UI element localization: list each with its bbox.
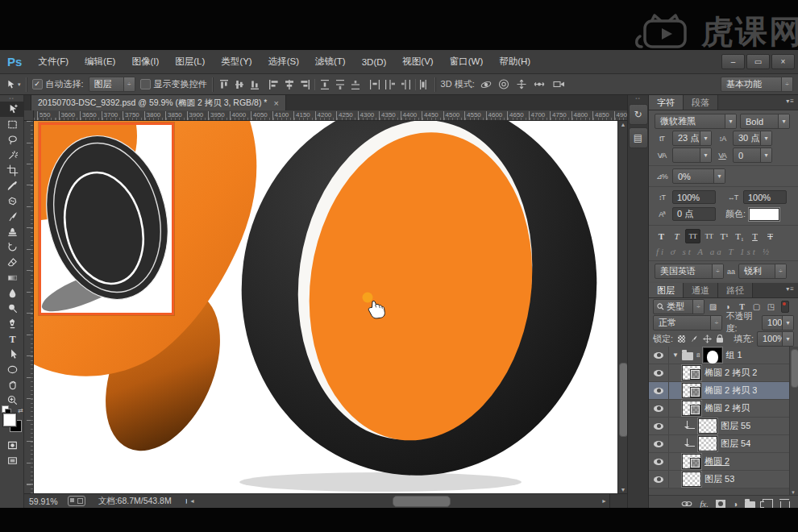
filter-smart-object-icon[interactable]: ◳ [765, 302, 777, 311]
swap-colors-icon[interactable]: ⇄ [18, 407, 23, 414]
horizontal-scrollbar[interactable]: ◄ ► [187, 494, 609, 507]
maximize-button[interactable]: ▭ [746, 54, 770, 69]
text-color-swatch[interactable] [749, 208, 779, 221]
scroll-left-icon[interactable]: ◄ [187, 498, 197, 504]
tool-history-brush[interactable] [0, 239, 24, 255]
filter-pixel-layers-icon[interactable]: ▨ [707, 302, 719, 311]
layer-thumbnail[interactable] [682, 365, 701, 380]
layer-thumbnail[interactable] [682, 401, 701, 416]
filter-shape-layers-icon[interactable]: ▢ [750, 302, 763, 311]
vertical-scale-field[interactable]: 100% [672, 190, 716, 204]
layer-name[interactable]: 椭圆 2 拷贝 [704, 402, 750, 414]
tool-move[interactable] [0, 102, 24, 117]
blend-mode-dropdown[interactable]: 正常÷ [653, 315, 722, 330]
menu-type[interactable]: 类型(Y) [213, 56, 260, 68]
panel-menu-icon[interactable]: ▾≡ [786, 285, 795, 293]
add-layer-mask-icon[interactable] [716, 500, 725, 508]
tab-character[interactable]: 字符 [649, 95, 684, 110]
underline-button[interactable]: T [748, 230, 762, 243]
subscript-button[interactable]: T₁ [733, 230, 746, 243]
move-tool-preset[interactable]: ▾ [5, 79, 21, 90]
tool-gradient[interactable] [0, 270, 24, 285]
tool-path-selection[interactable] [0, 347, 24, 362]
leading-dropdown[interactable]: 30 点▾ [733, 131, 772, 146]
tool-magic-wand[interactable] [0, 148, 24, 163]
horizontal-scale-field[interactable]: 100% [743, 190, 787, 204]
document-tab[interactable]: 20150703-DSC_9392.psd @ 59.9% (椭圆 2 拷贝 3… [31, 94, 286, 110]
link-layers-icon[interactable] [681, 500, 692, 508]
layer-thumbnail[interactable] [698, 436, 717, 451]
layer-row-ellipse-2[interactable]: 椭圆 2 [649, 453, 798, 471]
anti-alias-dropdown[interactable]: 锐利÷ [738, 264, 787, 279]
visibility-eye-icon[interactable] [649, 364, 669, 381]
tool-clone-stamp[interactable] [0, 224, 24, 239]
lock-image-pixels-icon[interactable] [689, 334, 699, 343]
menu-image[interactable]: 图像(I) [123, 56, 167, 68]
tool-rectangular-marquee[interactable] [0, 117, 24, 132]
small-caps-button[interactable]: TT [702, 230, 716, 243]
layer-row-53[interactable]: 图层 53 [649, 471, 798, 488]
layers-scroll-thumb[interactable] [791, 349, 798, 388]
layer-thumbnail[interactable] [682, 472, 701, 487]
layer-row-ellipse-copy-3-selected[interactable]: 椭圆 2 拷贝 3 [649, 382, 798, 400]
all-caps-button[interactable]: TT [685, 229, 700, 243]
lock-position-icon[interactable] [702, 334, 712, 343]
foreground-color-swatch[interactable] [3, 414, 16, 426]
adjustment-layer-icon[interactable]: ◑ [733, 500, 738, 509]
font-size-dropdown[interactable]: 23 点▾ [672, 131, 712, 146]
layer-row-54[interactable]: 图层 54 [649, 435, 798, 453]
visibility-eye-icon[interactable] [649, 400, 669, 417]
visibility-eye-icon[interactable] [649, 435, 669, 452]
menu-view[interactable]: 视图(V) [394, 56, 441, 68]
menu-filter[interactable]: 滤镜(T) [307, 56, 354, 68]
screen-mode-button[interactable] [0, 453, 24, 468]
tab-paragraph[interactable]: 段落 [684, 95, 718, 110]
show-transform-checkbox[interactable]: 显示变换控件 [140, 78, 207, 90]
opacity-dropdown[interactable]: 100%▾ [762, 315, 794, 330]
layers-scrollbar[interactable]: ▼ [789, 347, 798, 495]
baseline-shift-field[interactable]: 0 点 [672, 207, 716, 221]
history-panel-icon[interactable]: ↻ [629, 104, 648, 125]
layer-name[interactable]: 图层 55 [721, 420, 750, 432]
tool-lasso[interactable] [0, 132, 24, 148]
tool-eraser[interactable] [0, 255, 24, 270]
layer-filter-switch[interactable] [781, 301, 789, 313]
layer-name[interactable]: 图层 53 [704, 473, 734, 485]
menu-select[interactable]: 选择(S) [260, 56, 307, 68]
tool-dodge[interactable] [0, 301, 24, 316]
tool-blur[interactable] [0, 285, 24, 301]
filter-type-dropdown[interactable]: 类型 ÷ [653, 299, 704, 314]
tool-eyedropper[interactable] [0, 178, 24, 193]
faux-italic-button[interactable]: T [670, 230, 684, 243]
visibility-eye-icon[interactable] [649, 382, 669, 399]
faux-bold-button[interactable]: T [655, 230, 668, 243]
zoom-level[interactable]: 59.91% [24, 497, 63, 506]
font-family-dropdown[interactable]: 微软雅黑▾ [655, 114, 737, 129]
layer-row-ellipse-copy[interactable]: 椭圆 2 拷贝 [649, 400, 798, 418]
scroll-down-icon[interactable]: ▼ [791, 490, 796, 495]
dock-grip[interactable]: ▪▪ [628, 95, 648, 102]
group-mask-thumbnail[interactable] [703, 347, 722, 363]
3d-mode-icons[interactable] [480, 78, 567, 90]
layer-thumbnail[interactable] [682, 454, 701, 469]
quick-mask-button[interactable] [0, 438, 24, 453]
kerning-dropdown[interactable]: ▾ [672, 148, 712, 163]
layer-name[interactable]: 椭圆 2 拷贝 2 [704, 367, 757, 379]
layer-row-ellipse-copy-2[interactable]: 椭圆 2 拷贝 2 [649, 364, 798, 382]
tab-layers[interactable]: 图层 [649, 283, 684, 297]
toolbar-grip[interactable]: ▪▪ [0, 95, 23, 102]
layer-row-55[interactable]: 图层 55 [649, 418, 798, 435]
tool-hand[interactable] [0, 377, 24, 393]
auto-select-checkbox[interactable]: ✓ 自动选择: [32, 78, 84, 90]
tab-channels[interactable]: 通道 [684, 283, 718, 297]
horizontal-scroll-thumb[interactable] [393, 496, 451, 507]
tool-ellipse[interactable] [0, 362, 24, 377]
tool-crop[interactable] [0, 163, 24, 178]
tool-brush[interactable] [0, 209, 24, 224]
superscript-button[interactable]: T¹ [717, 230, 731, 243]
tab-close-icon[interactable]: × [273, 98, 278, 108]
panel-menu-icon[interactable]: ▾≡ [786, 98, 795, 105]
layer-thumbnail[interactable] [682, 383, 701, 398]
group-expand-icon[interactable]: ▼ [672, 351, 679, 359]
fill-dropdown[interactable]: 100%▾ [757, 331, 794, 347]
